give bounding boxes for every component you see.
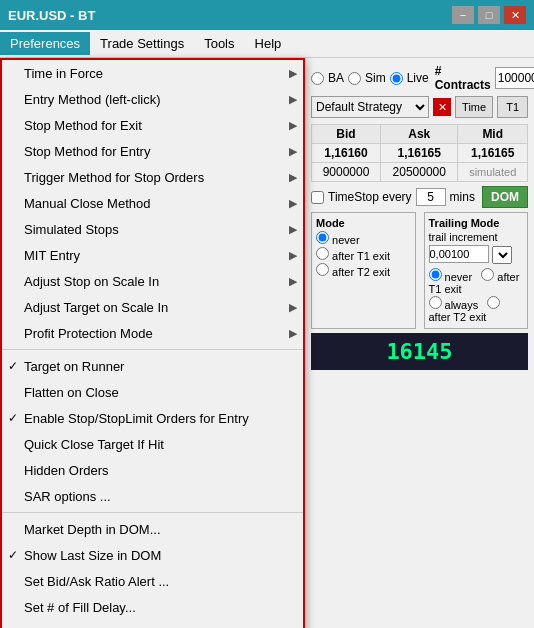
dropdown-item-trigger-method[interactable]: Trigger Method for Stop Orders▶ xyxy=(2,164,303,190)
checkmark-icon: ✓ xyxy=(8,411,18,425)
menu-bar: Preferences Trade Settings Tools Help xyxy=(0,30,534,58)
dropdown-item-profit-protection[interactable]: Profit Protection Mode▶ xyxy=(2,320,303,346)
strategy-row: Default Strategy ✕ Time T1 xyxy=(311,96,528,118)
strategy-clear-button[interactable]: ✕ xyxy=(433,98,451,116)
dropdown-item-label: Enable Stop/StopLimit Orders for Entry xyxy=(24,411,249,426)
preferences-dropdown: Time in Force▶Entry Method (left-click)▶… xyxy=(0,58,305,628)
dropdown-item-label: Stop Method for Exit xyxy=(24,118,142,133)
simulated-label: simulated xyxy=(458,163,528,182)
dropdown-item-mit-entry[interactable]: MIT Entry▶ xyxy=(2,242,303,268)
timestop-unit: mins xyxy=(450,190,475,204)
submenu-arrow-icon: ▶ xyxy=(289,119,297,132)
submenu-arrow-icon: ▶ xyxy=(289,67,297,80)
dropdown-item-bid-ask-ratio[interactable]: Set Bid/Ask Ratio Alert ... xyxy=(2,568,303,594)
price-row-2: 9000000 20500000 simulated xyxy=(312,163,528,182)
sim-radio[interactable] xyxy=(348,72,361,85)
dropdown-item-label: Stop Method for Entry xyxy=(24,144,150,159)
dropdown-item-manual-close[interactable]: Manual Close Method▶ xyxy=(2,190,303,216)
strategy-select[interactable]: Default Strategy xyxy=(311,96,429,118)
trail-increment-select[interactable] xyxy=(492,246,512,264)
submenu-arrow-icon: ▶ xyxy=(289,93,297,106)
dropdown-item-label: SAR options ... xyxy=(24,489,111,504)
submenu-arrow-icon: ▶ xyxy=(289,301,297,314)
ba-radio[interactable] xyxy=(311,72,324,85)
dropdown-item-enable-stop-stoplimit[interactable]: ✓Enable Stop/StopLimit Orders for Entry xyxy=(2,405,303,431)
dropdown-item-label: Quick Close Target If Hit xyxy=(24,437,164,452)
right-panel: BA Sim Live # Contracts Default Strategy… xyxy=(305,58,534,626)
dropdown-item-label: Trigger Method for Stop Orders xyxy=(24,170,204,185)
dropdown-item-sar-options[interactable]: SAR options ... xyxy=(2,483,303,509)
dropdown-item-label: Simulated Stops xyxy=(24,222,119,237)
dropdown-item-label: Manual Close Method xyxy=(24,196,150,211)
stop-mode-box: Mode never after T1 exit after T2 exit xyxy=(311,212,416,329)
dropdown-item-market-depth[interactable]: Market Depth in DOM... xyxy=(2,516,303,542)
close-button[interactable]: ✕ xyxy=(504,6,526,24)
menu-tools[interactable]: Tools xyxy=(194,32,244,55)
dropdown-item-quick-close-target[interactable]: Quick Close Target If Hit xyxy=(2,431,303,457)
time-button[interactable]: Time xyxy=(455,96,493,118)
menu-trade-settings[interactable]: Trade Settings xyxy=(90,32,194,55)
dropdown-item-entry-method[interactable]: Entry Method (left-click)▶ xyxy=(2,86,303,112)
mid-header: Mid xyxy=(458,125,528,144)
top-controls: BA Sim Live # Contracts xyxy=(311,64,528,92)
dropdown-item-label: Adjust Stop on Scale In xyxy=(24,274,159,289)
timestop-value-input[interactable] xyxy=(416,188,446,206)
dropdown-item-adjust-stop-scale-in[interactable]: Adjust Stop on Scale In▶ xyxy=(2,268,303,294)
trail-increment-input[interactable] xyxy=(429,245,489,263)
price-row-1: 1,16160 1,16165 1,16165 xyxy=(312,144,528,163)
trailing-mode-title: Trailing Mode xyxy=(429,217,524,229)
dropdown-item-label: MIT Entry xyxy=(24,248,80,263)
price-table: Bid Ask Mid 1,16160 1,16165 1,16165 9000… xyxy=(311,124,528,182)
dropdown-item-target-on-runner[interactable]: ✓Target on Runner xyxy=(2,353,303,379)
ask-value: 1,16165 xyxy=(381,144,458,163)
dropdown-item-simulated-stops[interactable]: Simulated Stops▶ xyxy=(2,216,303,242)
mid-value: 1,16165 xyxy=(458,144,528,163)
mode-radio-group: BA Sim Live xyxy=(311,71,429,85)
dropdown-item-stop-method-exit[interactable]: Stop Method for Exit▶ xyxy=(2,112,303,138)
checkmark-icon: ✓ xyxy=(8,359,18,373)
menu-preferences[interactable]: Preferences xyxy=(0,32,90,55)
dropdown-item-label: Entry Method (left-click) xyxy=(24,92,161,107)
dropdown-item-label: Set Bid/Ask Ratio Alert ... xyxy=(24,574,169,589)
dropdown-item-breakeven-offset[interactable]: Set Breakeven Offset... xyxy=(2,620,303,628)
bid-value: 1,16160 xyxy=(312,144,381,163)
dropdown-item-label: Profit Protection Mode xyxy=(24,326,153,341)
dropdown-item-hidden-orders[interactable]: Hidden Orders xyxy=(2,457,303,483)
t1-button[interactable]: T1 xyxy=(497,96,528,118)
dropdown-item-time-in-force[interactable]: Time in Force▶ xyxy=(2,60,303,86)
ba-label: BA xyxy=(328,71,344,85)
ask-header: Ask xyxy=(381,125,458,144)
submenu-arrow-icon: ▶ xyxy=(289,145,297,158)
dropdown-item-show-last-size[interactable]: ✓Show Last Size in DOM xyxy=(2,542,303,568)
big-price-display: 16145 xyxy=(311,333,528,370)
contracts-label: # Contracts xyxy=(435,64,491,92)
trailing-always: always after T2 exit xyxy=(429,296,524,323)
dropdown-item-label: Time in Force xyxy=(24,66,103,81)
title-bar: EUR.USD - BT − □ ✕ xyxy=(0,0,534,30)
dropdown-item-stop-method-entry[interactable]: Stop Method for Entry▶ xyxy=(2,138,303,164)
dropdown-item-adjust-target-scale-in[interactable]: Adjust Target on Scale In▶ xyxy=(2,294,303,320)
dropdown-item-label: Show Last Size in DOM xyxy=(24,548,161,563)
timestop-label: TimeStop every xyxy=(328,190,412,204)
menu-help[interactable]: Help xyxy=(245,32,292,55)
live-radio[interactable] xyxy=(390,72,403,85)
window-title: EUR.USD - BT xyxy=(8,8,95,23)
minimize-button[interactable]: − xyxy=(452,6,474,24)
contracts-input[interactable] xyxy=(495,67,534,89)
dropdown-item-label: Flatten on Close xyxy=(24,385,119,400)
mode-section: Mode never after T1 exit after T2 exit T… xyxy=(311,212,528,329)
timestop-checkbox[interactable] xyxy=(311,191,324,204)
dropdown-item-fill-delay[interactable]: Set # of Fill Delay... xyxy=(2,594,303,620)
bid-header: Bid xyxy=(312,125,381,144)
stop-mode-never: never xyxy=(316,231,411,246)
submenu-arrow-icon: ▶ xyxy=(289,197,297,210)
dom-button[interactable]: DOM xyxy=(482,186,528,208)
maximize-button[interactable]: □ xyxy=(478,6,500,24)
submenu-arrow-icon: ▶ xyxy=(289,249,297,262)
dropdown-item-label: Market Depth in DOM... xyxy=(24,522,161,537)
stop-mode-title: Mode xyxy=(316,217,411,229)
trail-increment-label: trail increment xyxy=(429,231,524,243)
dropdown-item-flatten-on-close[interactable]: Flatten on Close xyxy=(2,379,303,405)
bid-volume: 9000000 xyxy=(312,163,381,182)
ask-volume: 20500000 xyxy=(381,163,458,182)
